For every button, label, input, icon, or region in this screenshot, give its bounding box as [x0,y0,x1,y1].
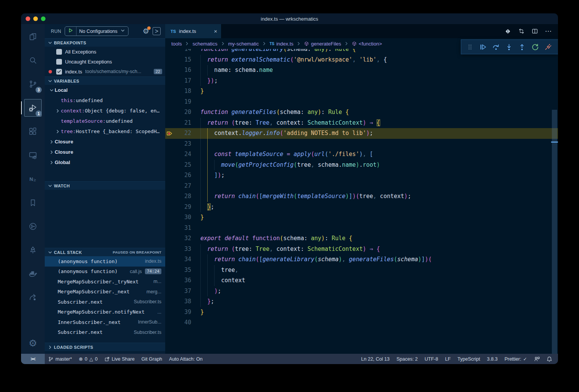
debug-console-button[interactable]: > [153,27,161,35]
open-changes-icon[interactable] [518,28,525,34]
code-line[interactable]: 35 tree, [165,265,558,276]
titlebar[interactable]: index.ts — wrkschematics [21,13,558,24]
code-line[interactable]: 24 const templateSource = apply(url('./f… [165,149,558,160]
configure-gear-button[interactable]: ⚙ [143,28,149,35]
activity-item-project-share[interactable] [21,286,45,309]
status-git-graph[interactable]: Git Graph [138,354,166,364]
call-stack-frame[interactable]: MergeMapSubscriber._tryNextm... [45,277,165,287]
activity-item-docker[interactable] [21,262,45,286]
breadcrumb-item-tools[interactable]: tools [171,41,182,47]
more-actions-icon[interactable]: ⋯ [545,27,552,35]
variable-row[interactable]: templateSource: undefined [45,116,165,126]
gitlens-icon[interactable] [504,28,511,35]
code-line[interactable]: 16 name: schema.name [165,65,558,76]
tab-index-ts[interactable]: TS index.ts × [165,24,221,38]
code-line[interactable]: 31 [165,223,558,234]
activity-item-run-debug[interactable]: 1 [21,96,45,120]
variables-scope-row[interactable]: Closure [45,137,165,147]
code-line[interactable]: 18} [165,86,558,97]
debug-config-dropdown[interactable]: No Configurations [65,26,128,36]
status-cursor-position[interactable]: Ln 22, Col 13 [358,354,393,364]
call-stack-frame[interactable]: MergeMapSubscriber.notifyNext... [45,307,165,317]
activity-item-remote-explorer[interactable] [21,143,45,167]
code-line[interactable]: 36 context [165,275,558,286]
code-line[interactable]: 38 }; [165,296,558,307]
code-line[interactable]: 33 return (tree: Tree, context: Schemati… [165,244,558,255]
step-out-button[interactable] [516,41,529,54]
checkbox[interactable] [56,59,62,65]
code-line[interactable]: 34 return chain([generateLibrary(schema)… [165,254,558,265]
status-feedback[interactable] [530,354,543,364]
status-live-share[interactable]: Live Share [101,354,138,364]
code-line[interactable]: 27 [165,181,558,192]
code-line[interactable]: 30} [165,212,558,223]
activity-item-search[interactable] [21,49,45,72]
status-encoding[interactable]: UTF-8 [421,354,441,364]
close-tab-icon[interactable]: × [214,28,217,34]
code-line[interactable]: 21 return (tree: Tree, context: Schemati… [165,118,558,128]
gutter-breakpoint-margin[interactable] [165,130,174,137]
status-eol[interactable]: LF [442,354,454,364]
breakpoint-row[interactable]: index.tstools/schematics/my-sch...22 [45,67,165,76]
section-header-call-stack[interactable]: CALL STACK PAUSED ON BREAKPOINT [45,248,165,256]
variable-row[interactable]: context: Object {debug: false, en… [45,106,165,116]
start-debug-icon[interactable] [68,28,73,35]
variables-scope-row[interactable]: Local [45,85,165,95]
status-indentation[interactable]: Spaces: 2 [393,354,421,364]
code-line[interactable]: 39} [165,307,558,318]
code-line[interactable]: 15 return externalSchematic('@nrwl/works… [165,55,558,65]
activity-item-extensions[interactable] [21,120,45,143]
variables-scope-row[interactable]: Closure [45,147,165,157]
code-line[interactable]: 19 [165,97,558,107]
variable-row[interactable]: tree: HostTree {_backend: ScopedH… [45,126,165,137]
call-stack-frame[interactable]: Subscriber.nextSubscriber.ts [45,297,165,307]
settings-gear-button[interactable]: ⚙ [21,332,45,354]
checkbox-checked[interactable] [56,69,62,75]
split-editor-icon[interactable] [532,28,538,34]
status-problems[interactable]: ⊗0△0 [75,354,101,364]
code-line[interactable]: 17 }); [165,76,558,86]
section-header-variables[interactable]: VARIABLES [45,76,165,85]
status-branch[interactable]: master* [45,354,75,364]
section-header-loaded-scripts[interactable]: LOADED SCRIPTS [45,343,165,351]
call-stack-frame[interactable]: InnerSubscriber._nextInnerSub... [45,317,165,327]
call-stack-frame[interactable]: (anonymous function)index.ts [45,256,165,267]
code-line[interactable]: 22 context.logger.info('adding NOTES.md … [165,128,558,139]
activity-item-nx-console[interactable]: N≥ [21,167,45,191]
activity-item-testing[interactable] [21,238,45,262]
status-ts-version[interactable]: 3.8.3 [483,354,501,364]
checkbox[interactable] [56,49,62,55]
section-header-watch[interactable]: WATCH [45,181,165,190]
activity-item-explorer[interactable] [21,25,45,49]
variable-row[interactable]: this: undefined [45,95,165,106]
scrollbar-slider[interactable] [552,110,557,354]
breadcrumb-item-my-schematic[interactable]: my-schematic [228,41,259,47]
code-line[interactable]: 29 }; [165,202,558,213]
code-line[interactable]: 26 ]); [165,170,558,181]
call-stack-frame[interactable]: Subscriber.nextSubscriber.ts [45,327,165,338]
activity-item-bookmarks[interactable] [21,191,45,215]
code-line[interactable]: 32export default function(schema: any): … [165,233,558,244]
remote-indicator[interactable]: >< [21,354,45,364]
variables-scope-row[interactable]: Global [45,157,165,168]
code-line[interactable]: 40 [165,317,558,328]
activity-item-git-graph[interactable] [21,215,45,238]
code-line[interactable]: 25 move(getProjectConfig(tree, schema.na… [165,160,558,171]
breadcrumb-item-generatefiles[interactable]: generateFiles [304,41,341,47]
breadcrumb-item-schematics[interactable]: schematics [192,41,217,47]
step-over-button[interactable] [490,41,503,54]
breadcrumb-item-index-ts[interactable]: TSindex.ts [270,41,294,47]
call-stack-frame[interactable]: MergeMapSubscriber._nextmerg... [45,287,165,297]
code-line[interactable]: 28 return chain([mergeWith(templateSourc… [165,191,558,202]
section-header-breakpoints[interactable]: BREAKPOINTS [45,38,165,47]
code-line[interactable]: 20function generateFiles(schema: any): R… [165,107,558,118]
step-into-button[interactable] [503,41,516,54]
breakpoint-row[interactable]: Uncaught Exceptions [45,57,165,67]
code-line[interactable]: 37 ); [165,286,558,297]
status-auto-attach[interactable]: Auto Attach: On [166,354,206,364]
activity-item-source-control[interactable]: 3 [21,72,45,96]
status-language[interactable]: TypeScript [454,354,483,364]
code-editor[interactable]: 14function generateLibrary(schema: any):… [165,49,558,354]
call-stack-frame[interactable]: (anonymous function)call.js74:24 [45,267,165,277]
continue-button[interactable] [477,41,490,54]
